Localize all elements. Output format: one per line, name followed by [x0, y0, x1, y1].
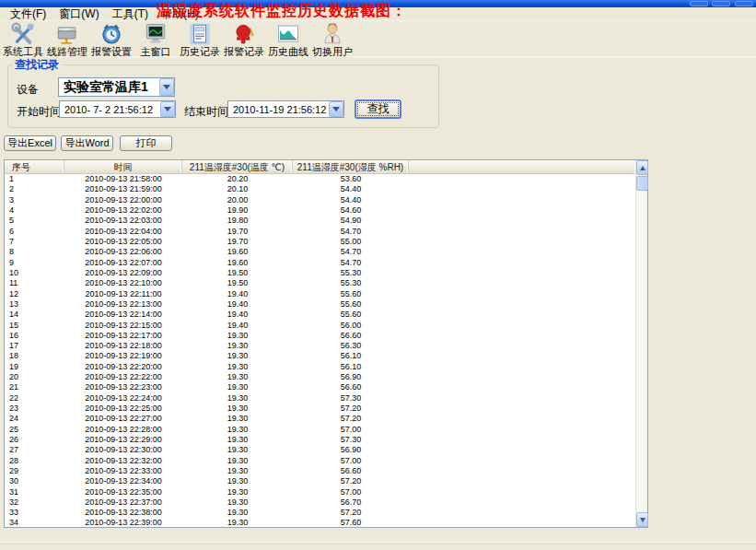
table-row[interactable]: 242010-09-13 22:27:0019.3057.20	[5, 414, 635, 424]
table-row[interactable]: 282010-09-13 22:32:0019.3057.00	[5, 455, 635, 465]
table-row[interactable]: 92010-09-13 22:07:0019.6054.70	[5, 258, 635, 268]
table-row[interactable]: 102010-09-13 22:09:0019.5055.30	[5, 268, 635, 278]
table-cell: 2010-09-13 22:20:00	[64, 362, 182, 372]
toolbar-button-switch-user[interactable]: 切换用户	[310, 21, 355, 57]
table-cell: 30	[5, 476, 64, 486]
table-row[interactable]: 192010-09-13 22:20:0019.3056.10	[5, 362, 635, 372]
table-row[interactable]: 342010-09-13 22:39:0019.3057.60	[5, 518, 635, 527]
column-header[interactable]: 序号	[5, 160, 64, 173]
column-header-filler	[409, 160, 635, 173]
table-row[interactable]: 32010-09-13 22:00:0020.0054.40	[5, 195, 635, 205]
end-time-picker[interactable]: 2010-11-19 21:56:12	[227, 100, 344, 118]
table-row[interactable]: 252010-09-13 22:28:0019.3057.00	[5, 425, 635, 435]
toolbar-button-history-curve[interactable]: 历史曲线	[266, 21, 310, 57]
table-cell: 19.30	[182, 372, 293, 382]
table-cell: 2010-09-13 22:19:00	[64, 351, 182, 361]
column-header[interactable]: 时间	[64, 160, 182, 173]
toolbar-button-alarm-settings[interactable]: 报警设置	[89, 21, 134, 57]
export-word-button[interactable]: 导出Word	[61, 135, 113, 151]
table-row[interactable]: 262010-09-13 22:29:0019.3057.30	[5, 435, 635, 445]
table-cell: 2010-09-13 22:29:00	[64, 435, 182, 445]
scrollbar-thumb[interactable]	[636, 176, 648, 191]
table-cell: 54.60	[293, 205, 409, 216]
toolbar: 系统工具线路管理报警设置主窗口历史记录报警记录历史曲线切换用户	[0, 21, 756, 57]
table-row[interactable]: 182010-09-13 22:19:0019.3056.10	[5, 351, 635, 361]
end-time-value: 2010-11-19 21:56:12	[228, 104, 329, 115]
table-row[interactable]: 112010-09-13 22:10:0019.5055.30	[5, 278, 635, 288]
table-row[interactable]: 292010-09-13 22:33:0019.3056.60	[5, 466, 635, 476]
table-cell: 57.30	[293, 393, 409, 404]
column-header[interactable]: 211温湿度#30(温度 ℃)	[182, 160, 293, 173]
table-row[interactable]: 162010-09-13 22:17:0019.3056.60	[5, 331, 635, 341]
minimize-button[interactable]	[690, 1, 708, 6]
toolbar-button-alarm-records[interactable]: 报警记录	[222, 21, 266, 57]
table-row[interactable]: 12010-09-13 21:58:0020.2053.60	[5, 174, 635, 184]
table-row[interactable]: 302010-09-13 22:34:0019.3057.20	[5, 476, 635, 486]
table-cell: 19.40	[182, 289, 293, 299]
toolbar-button-label: 历史记录	[180, 47, 220, 57]
table-cell: 55.60	[293, 299, 409, 310]
table-cell: 22	[5, 393, 64, 404]
vertical-scrollbar[interactable]	[635, 160, 647, 527]
table-row[interactable]: 172010-09-13 22:18:0019.3056.30	[5, 341, 635, 351]
device-value: 实验室常温库1	[59, 79, 159, 96]
toolbar-button-history-records[interactable]: 历史记录	[178, 21, 222, 57]
table-row[interactable]: 212010-09-13 22:23:0019.3056.60	[5, 382, 635, 392]
table-row[interactable]: 42010-09-13 22:02:0019.9054.60	[5, 205, 635, 216]
table-cell: 29	[5, 466, 64, 476]
table-row[interactable]: 22010-09-13 21:59:0020.1054.40	[5, 184, 635, 194]
toolbar-button-system-tools[interactable]: 系统工具	[1, 21, 45, 57]
search-button[interactable]: 查找	[355, 99, 401, 119]
table-cell: 57.30	[293, 435, 409, 445]
table-row[interactable]: 62010-09-13 22:04:0019.7054.70	[5, 227, 635, 237]
table-row[interactable]: 272010-09-13 22:30:0019.3056.90	[5, 445, 635, 455]
table-cell: 2010-09-13 22:05:00	[64, 237, 182, 247]
table-cell: 19.30	[182, 362, 293, 372]
table-cell: 18	[5, 351, 64, 361]
table-cell: 57.20	[293, 414, 409, 424]
table-row[interactable]: 122010-09-13 22:11:0019.4055.60	[5, 288, 635, 298]
table-row[interactable]: 312010-09-13 22:35:0019.3057.00	[5, 486, 635, 497]
chart-icon	[275, 22, 301, 46]
menu-item[interactable]: 工具(T)	[106, 7, 155, 20]
table-cell: 5	[5, 216, 64, 226]
table-row[interactable]: 82010-09-13 22:06:0019.6054.70	[5, 247, 635, 257]
start-time-dropdown-button[interactable]	[160, 101, 175, 117]
end-time-label: 结束时间	[184, 104, 228, 120]
menu-item[interactable]: 文件(F)	[4, 7, 52, 20]
page-caption: 温湿度系统软件监控历史数据截图：	[157, 2, 407, 21]
start-time-picker[interactable]: 2010- 7- 2 21:56:12	[59, 100, 176, 118]
table-row[interactable]: 52010-09-13 22:03:0019.8054.90	[5, 216, 635, 226]
toolbar-button-main-window[interactable]: 主窗口	[134, 21, 178, 57]
table-cell: 2010-09-13 22:14:00	[64, 310, 182, 320]
column-header[interactable]: 211温湿度#30(湿度 %RH)	[293, 160, 409, 173]
table-row[interactable]: 202010-09-13 22:22:0019.3056.90	[5, 372, 635, 382]
table-cell: 54.70	[293, 247, 409, 257]
table-row[interactable]: 132010-09-13 22:13:0019.4055.60	[5, 299, 635, 310]
table-cell: 2010-09-13 22:34:00	[64, 476, 182, 486]
table-row[interactable]: 72010-09-13 22:05:0019.7055.00	[5, 237, 635, 247]
export-excel-button[interactable]: 导出Excel	[4, 135, 56, 151]
table-row[interactable]: 322010-09-13 22:37:0019.3056.70	[5, 497, 635, 508]
table-cell: 2010-09-13 22:38:00	[64, 508, 182, 518]
end-time-dropdown-button[interactable]	[329, 101, 343, 117]
scroll-up-button[interactable]	[636, 160, 648, 175]
maximize-button[interactable]	[712, 1, 730, 6]
device-dropdown-button[interactable]	[159, 78, 174, 96]
alarm-clock-icon	[99, 22, 124, 46]
table-cell: 2010-09-13 22:27:00	[64, 414, 182, 424]
toolbar-button-line-management[interactable]: 线路管理	[45, 21, 89, 57]
device-select[interactable]: 实验室常温库1	[58, 77, 175, 97]
table-row[interactable]: 332010-09-13 22:38:0019.3057.20	[5, 508, 635, 518]
table-cell: 2010-09-13 21:59:00	[64, 184, 182, 194]
table-cell: 6	[5, 227, 64, 237]
print-button[interactable]: 打印	[120, 135, 172, 151]
table-row[interactable]: 142010-09-13 22:14:0019.4055.60	[5, 310, 635, 320]
table-row[interactable]: 232010-09-13 22:25:0019.3057.20	[5, 404, 635, 414]
scroll-down-button[interactable]	[636, 512, 648, 527]
table-cell: 55.60	[293, 289, 409, 299]
table-row[interactable]: 222010-09-13 22:24:0019.3057.30	[5, 393, 635, 404]
menu-item[interactable]: 窗口(W)	[52, 7, 105, 20]
table-row[interactable]: 152010-09-13 22:15:0019.4056.00	[5, 320, 635, 330]
close-button[interactable]	[735, 1, 753, 6]
